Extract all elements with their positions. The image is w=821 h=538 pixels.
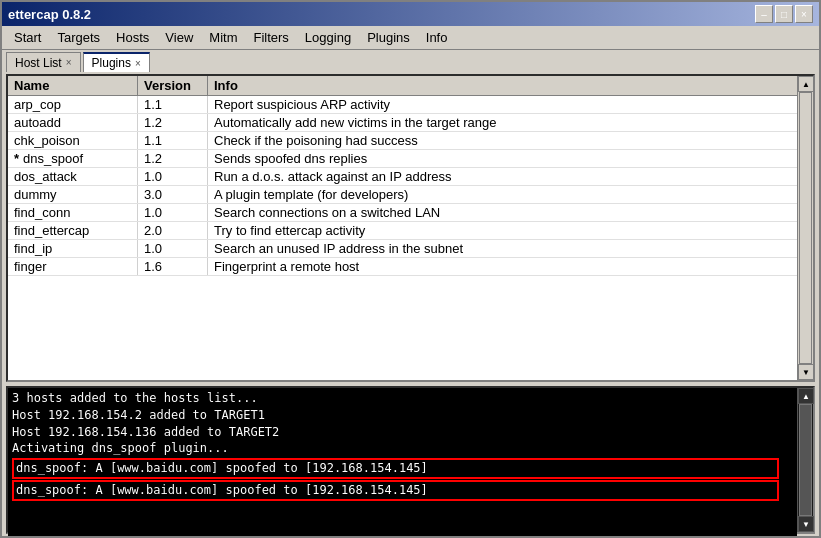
plugin-name-text: autoadd xyxy=(14,115,61,130)
log-scroll-up[interactable]: ▲ xyxy=(798,388,814,404)
menu-start[interactable]: Start xyxy=(6,28,49,47)
plugin-name-text: arp_cop xyxy=(14,97,61,112)
log-scrollbar[interactable]: ▲ ▼ xyxy=(797,388,813,532)
active-marker: * xyxy=(14,151,19,166)
plugin-name: find_conn xyxy=(8,204,138,221)
log-line: Host 192.168.154.2 added to TARGET1 xyxy=(12,407,779,424)
table-row[interactable]: find_ettercap2.0Try to find ettercap act… xyxy=(8,222,797,240)
plugin-info: A plugin template (for developers) xyxy=(208,186,797,203)
plugin-info: Run a d.o.s. attack against an IP addres… xyxy=(208,168,797,185)
menu-plugins[interactable]: Plugins xyxy=(359,28,418,47)
tab-host-list-label: Host List xyxy=(15,56,62,70)
menu-bar: Start Targets Hosts View Mitm Filters Lo… xyxy=(2,26,819,50)
plugin-version: 1.0 xyxy=(138,204,208,221)
table-row[interactable]: find_ip1.0Search an unused IP address in… xyxy=(8,240,797,258)
table-row[interactable]: finger1.6Fingerprint a remote host xyxy=(8,258,797,276)
plugin-info: Automatically add new victims in the tar… xyxy=(208,114,797,131)
plugin-version: 1.0 xyxy=(138,240,208,257)
col-header-info: Info xyxy=(208,76,797,95)
menu-info[interactable]: Info xyxy=(418,28,456,47)
plugin-name-text: chk_poison xyxy=(14,133,80,148)
menu-filters[interactable]: Filters xyxy=(245,28,296,47)
scroll-up-btn[interactable]: ▲ xyxy=(798,76,814,92)
plugin-version: 1.1 xyxy=(138,132,208,149)
col-header-name: Name xyxy=(8,76,138,95)
plugin-name-text: find_ip xyxy=(14,241,52,256)
plugin-info: Fingerprint a remote host xyxy=(208,258,797,275)
tab-host-list-close[interactable]: × xyxy=(66,57,72,68)
plugin-name: find_ettercap xyxy=(8,222,138,239)
plugin-name-text: find_ettercap xyxy=(14,223,89,238)
col-header-version: Version xyxy=(138,76,208,95)
plugins-table-container: Name Version Info arp_cop1.1Report suspi… xyxy=(6,74,815,382)
menu-view[interactable]: View xyxy=(157,28,201,47)
tabs-bar: Host List × Plugins × xyxy=(2,50,819,72)
plugin-version: 1.0 xyxy=(138,168,208,185)
window-controls: – □ × xyxy=(755,5,813,23)
table-row[interactable]: arp_cop1.1Report suspicious ARP activity xyxy=(8,96,797,114)
log-line: dns_spoof: A [www.baidu.com] spoofed to … xyxy=(12,458,779,479)
menu-targets[interactable]: Targets xyxy=(49,28,108,47)
plugin-name: dos_attack xyxy=(8,168,138,185)
table-header: Name Version Info xyxy=(8,76,797,96)
minimize-button[interactable]: – xyxy=(755,5,773,23)
plugin-version: 3.0 xyxy=(138,186,208,203)
log-line: Activating dns_spoof plugin... xyxy=(12,440,779,457)
plugin-version: 2.0 xyxy=(138,222,208,239)
table-row[interactable]: dummy3.0A plugin template (for developer… xyxy=(8,186,797,204)
plugin-version: 1.2 xyxy=(138,150,208,167)
plugin-name-text: dummy xyxy=(14,187,57,202)
log-line: 3 hosts added to the hosts list... xyxy=(12,390,779,407)
plugin-version: 1.6 xyxy=(138,258,208,275)
menu-logging[interactable]: Logging xyxy=(297,28,359,47)
table-body: arp_cop1.1Report suspicious ARP activity… xyxy=(8,96,797,380)
plugin-name: chk_poison xyxy=(8,132,138,149)
log-area: 3 hosts added to the hosts list...Host 1… xyxy=(8,388,797,536)
plugin-version: 1.1 xyxy=(138,96,208,113)
plugin-info: Search connections on a switched LAN xyxy=(208,204,797,221)
table-row[interactable]: *dns_spoof1.2Sends spoofed dns replies xyxy=(8,150,797,168)
plugin-name-text: find_conn xyxy=(14,205,70,220)
plugin-name: arp_cop xyxy=(8,96,138,113)
plugins-table: Name Version Info arp_cop1.1Report suspi… xyxy=(8,76,797,380)
title-bar: ettercap 0.8.2 – □ × xyxy=(2,2,819,26)
plugin-name: find_ip xyxy=(8,240,138,257)
plugin-name-text: finger xyxy=(14,259,47,274)
plugin-info: Report suspicious ARP activity xyxy=(208,96,797,113)
scroll-down-btn[interactable]: ▼ xyxy=(798,364,814,380)
table-row[interactable]: autoadd1.2Automatically add new victims … xyxy=(8,114,797,132)
close-button[interactable]: × xyxy=(795,5,813,23)
table-scrollbar[interactable]: ▲ ▼ xyxy=(797,76,813,380)
tab-host-list[interactable]: Host List × xyxy=(6,52,81,72)
window-title: ettercap 0.8.2 xyxy=(8,7,91,22)
plugin-name-text: dos_attack xyxy=(14,169,77,184)
table-row[interactable]: find_conn1.0Search connections on a swit… xyxy=(8,204,797,222)
plugin-name: autoadd xyxy=(8,114,138,131)
table-row[interactable]: dos_attack1.0Run a d.o.s. attack against… xyxy=(8,168,797,186)
plugin-version: 1.2 xyxy=(138,114,208,131)
tab-plugins[interactable]: Plugins × xyxy=(83,52,150,72)
main-window: ettercap 0.8.2 – □ × Start Targets Hosts… xyxy=(0,0,821,538)
plugin-info: Sends spoofed dns replies xyxy=(208,150,797,167)
log-line: dns_spoof: A [www.baidu.com] spoofed to … xyxy=(12,480,779,501)
plugin-info: Search an unused IP address in the subne… xyxy=(208,240,797,257)
table-row[interactable]: chk_poison1.1Check if the poisoning had … xyxy=(8,132,797,150)
log-line: Host 192.168.154.136 added to TARGET2 xyxy=(12,424,779,441)
menu-hosts[interactable]: Hosts xyxy=(108,28,157,47)
plugin-info: Try to find ettercap activity xyxy=(208,222,797,239)
plugin-info: Check if the poisoning had success xyxy=(208,132,797,149)
plugin-name: finger xyxy=(8,258,138,275)
plugin-name: dummy xyxy=(8,186,138,203)
scroll-thumb[interactable] xyxy=(799,92,812,364)
menu-mitm[interactable]: Mitm xyxy=(201,28,245,47)
log-scroll-down[interactable]: ▼ xyxy=(798,516,814,532)
log-scroll-thumb[interactable] xyxy=(799,404,812,516)
tab-plugins-label: Plugins xyxy=(92,56,131,70)
plugin-name: *dns_spoof xyxy=(8,150,138,167)
maximize-button[interactable]: □ xyxy=(775,5,793,23)
tab-plugins-close[interactable]: × xyxy=(135,58,141,69)
content-area: Name Version Info arp_cop1.1Report suspi… xyxy=(2,72,819,536)
plugin-name-text: dns_spoof xyxy=(23,151,83,166)
